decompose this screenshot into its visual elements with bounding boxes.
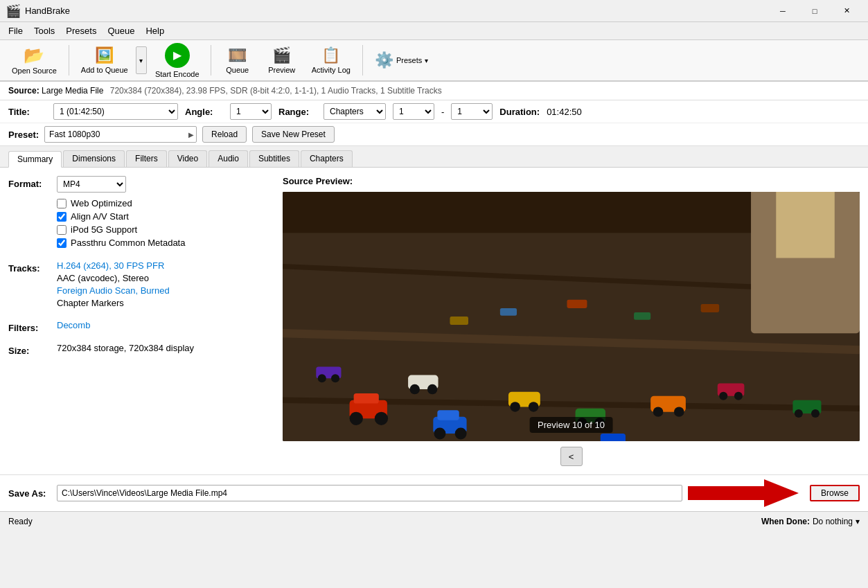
chapter-end-select[interactable]: 1 — [451, 103, 493, 120]
filters-row: Filters: Decomb — [8, 320, 272, 333]
web-optimized-checkbox[interactable] — [57, 199, 67, 208]
when-done-value[interactable]: Do nothing — [813, 517, 853, 526]
svg-point-36 — [331, 374, 339, 382]
save-as-row: Save As: Browse — [0, 474, 868, 511]
browse-button[interactable]: Browse — [810, 485, 860, 501]
preset-input[interactable] — [44, 126, 197, 143]
tab-chapters[interactable]: Chapters — [301, 150, 353, 167]
queue-label: Queue — [226, 66, 249, 74]
track-1: H.264 (x264), 30 FPS PFR — [57, 260, 272, 271]
svg-rect-13 — [437, 410, 459, 420]
metadata-label: Passthru Common Metadata — [71, 238, 185, 248]
range-separator: - — [441, 107, 444, 117]
preview-prev-button[interactable]: < — [560, 447, 583, 466]
web-optimized-label: Web Optimized — [71, 198, 132, 208]
filters-content: Decomb — [57, 320, 272, 330]
svg-rect-38 — [601, 434, 626, 441]
activity-log-label: Activity Log — [312, 66, 351, 74]
titlebar: 🎬 HandBrake ─ □ ✕ — [0, 0, 868, 22]
menu-file[interactable]: File — [3, 24, 28, 38]
svg-point-29 — [719, 392, 727, 400]
svg-point-32 — [795, 409, 803, 418]
title-select[interactable]: 1 (01:42:50) — [53, 103, 178, 120]
svg-point-15 — [455, 428, 467, 440]
start-encode-button[interactable]: ▶ Start Encode — [150, 42, 205, 78]
align-av-checkbox[interactable] — [57, 212, 67, 222]
svg-point-26 — [410, 384, 420, 394]
svg-point-23 — [653, 407, 663, 416]
minimize-button[interactable]: ─ — [767, 0, 799, 22]
duration-label: Duration: — [499, 107, 540, 117]
save-new-preset-button[interactable]: Save New Preset — [252, 126, 335, 143]
checkbox-metadata: Passthru Common Metadata — [57, 238, 272, 248]
tab-summary[interactable]: Summary — [8, 151, 62, 168]
size-value: 720x384 storage, 720x384 display — [57, 343, 194, 353]
filters-label: Filters: — [8, 323, 57, 333]
preset-row: Preset: ▶ Reload Save New Preset — [0, 123, 868, 146]
chapter-start-select[interactable]: 1 — [393, 103, 434, 120]
save-as-input[interactable] — [57, 485, 682, 501]
preview-badge: Preview 10 of 10 — [529, 417, 613, 433]
tab-subtitles[interactable]: Subtitles — [249, 150, 299, 167]
svg-point-11 — [375, 412, 388, 425]
angle-select[interactable]: 1 — [230, 103, 272, 120]
add-to-queue-button[interactable]: 🖼️ Add to Queue — [75, 42, 134, 78]
svg-point-10 — [350, 412, 363, 425]
open-source-button[interactable]: 📂 Open Source — [6, 42, 63, 78]
add-to-queue-dropdown[interactable]: ▾ — [136, 46, 147, 74]
svg-point-17 — [510, 402, 520, 411]
activity-log-button[interactable]: 📋 Activity Log — [305, 42, 357, 78]
checkbox-ipod: iPod 5G Support — [57, 224, 272, 235]
toolbar-separator-1 — [69, 45, 69, 75]
right-panel: Source Preview: — [283, 176, 860, 466]
svg-point-18 — [529, 402, 538, 411]
statusbar: Ready When Done: Do nothing ▾ — [0, 511, 868, 531]
menu-help[interactable]: Help — [140, 24, 170, 38]
maximize-button[interactable]: □ — [799, 0, 831, 22]
tab-audio[interactable]: Audio — [209, 150, 248, 167]
menu-presets[interactable]: Presets — [60, 24, 102, 38]
tracks-row: Tracks: H.264 (x264), 30 FPS PFR AAC (av… — [8, 260, 272, 310]
presets-button[interactable]: ⚙️ Presets ▾ — [369, 42, 434, 78]
app-icon: 🎬 — [6, 3, 21, 19]
svg-rect-46 — [634, 312, 650, 320]
checkboxes-group: Web Optimized Align A/V Start iPod 5G Su… — [57, 198, 272, 248]
menu-tools[interactable]: Tools — [28, 24, 60, 38]
preview-title: Source Preview: — [283, 176, 860, 186]
when-done-label: When Done: — [761, 517, 810, 526]
source-info: Source: Large Media File 720x384 (720x38… — [0, 82, 868, 100]
when-done-arrow[interactable]: ▾ — [856, 517, 860, 526]
menu-queue[interactable]: Queue — [102, 24, 140, 38]
svg-rect-43 — [450, 317, 468, 325]
track-2: AAC (avcodec), Stereo — [57, 273, 272, 283]
preset-label: Preset: — [8, 130, 39, 140]
format-select[interactable]: MP4 — [57, 176, 126, 193]
start-encode-label: Start Encode — [155, 70, 200, 78]
tab-dimensions[interactable]: Dimensions — [63, 150, 125, 167]
svg-marker-48 — [688, 479, 799, 507]
queue-button[interactable]: 🎞️ Queue — [217, 42, 258, 78]
format-row: Format: MP4 Web Optimized Align A/V Star… — [8, 176, 272, 251]
format-select-row: MP4 — [57, 176, 272, 193]
preview-button[interactable]: 🎬 Preview — [261, 42, 303, 78]
tab-video[interactable]: Video — [168, 150, 207, 167]
track-3: Foreign Audio Scan, Burned — [57, 285, 272, 296]
red-arrow-icon — [688, 479, 799, 507]
svg-point-24 — [674, 407, 684, 416]
window-controls: ─ □ ✕ — [767, 0, 862, 22]
when-done: When Done: Do nothing ▾ — [761, 517, 860, 526]
preset-input-wrap: ▶ — [44, 126, 197, 143]
reload-button[interactable]: Reload — [202, 126, 247, 143]
metadata-checkbox[interactable] — [57, 238, 67, 248]
tab-filters[interactable]: Filters — [126, 150, 167, 167]
ipod-checkbox[interactable] — [57, 225, 67, 235]
preview-nav: < — [283, 447, 860, 466]
close-button[interactable]: ✕ — [831, 0, 862, 22]
size-label: Size: — [8, 346, 57, 356]
add-to-queue-group: 🖼️ Add to Queue ▾ — [75, 42, 147, 78]
range-select[interactable]: Chapters — [324, 103, 386, 120]
ipod-label: iPod 5G Support — [71, 224, 137, 235]
left-panel: Format: MP4 Web Optimized Align A/V Star… — [8, 176, 272, 466]
range-label: Range: — [278, 107, 317, 117]
status-text: Ready — [8, 517, 33, 526]
